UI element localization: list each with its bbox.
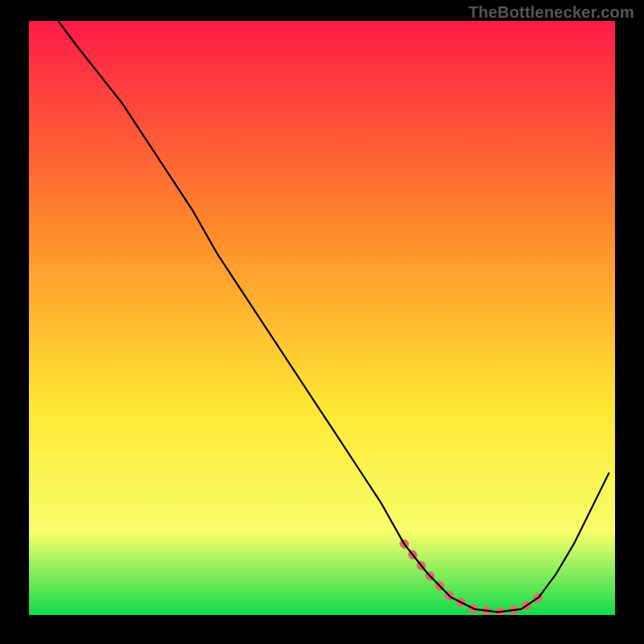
chart-svg (29, 21, 615, 615)
attribution-text: TheBottlenecker.com (469, 3, 634, 22)
chart-background-gradient (29, 21, 615, 615)
bottleneck-chart (29, 21, 615, 615)
